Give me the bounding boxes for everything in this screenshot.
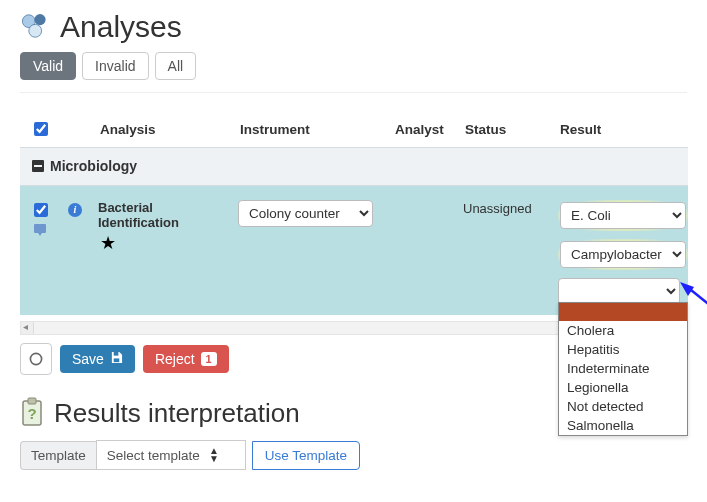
dropdown-option[interactable]: Legionella	[559, 378, 687, 397]
clipboard-icon: ?	[20, 397, 44, 430]
result-select-1[interactable]: E. Coli	[560, 202, 686, 229]
sort-caret-icon: ▲▼	[209, 447, 219, 463]
table-row: i Bacterial Identification ★ Colony coun…	[20, 186, 688, 316]
page-title: Analyses	[60, 10, 182, 44]
dropdown-option[interactable]: Salmonella	[559, 416, 687, 435]
dropdown-option[interactable]: Cholera	[559, 321, 687, 340]
select-all-checkbox[interactable]	[34, 122, 48, 136]
svg-marker-7	[680, 282, 694, 296]
result-select-2[interactable]: Campylobacter	[560, 241, 686, 268]
save-button[interactable]: Save	[60, 345, 135, 373]
review-icon	[28, 223, 52, 240]
star-icon: ★	[100, 233, 116, 253]
reject-label: Reject	[155, 351, 195, 367]
dropdown-option[interactable]: Hepatitis	[559, 340, 687, 359]
use-template-button[interactable]: Use Template	[252, 441, 360, 470]
refresh-button[interactable]	[20, 343, 52, 375]
interpretation-title: Results interpretation	[54, 398, 300, 429]
template-placeholder: Select template	[107, 448, 200, 463]
svg-point-2	[29, 24, 42, 37]
svg-rect-4	[34, 165, 42, 167]
col-result: Result	[550, 111, 688, 148]
save-label: Save	[72, 351, 104, 367]
reject-button[interactable]: Reject 1	[143, 345, 229, 373]
svg-rect-9	[114, 352, 119, 356]
dropdown-highlight	[559, 303, 687, 321]
filter-valid[interactable]: Valid	[20, 52, 76, 80]
annotation-arrow	[680, 282, 707, 323]
filter-invalid[interactable]: Invalid	[82, 52, 148, 80]
analyses-table: Analysis Instrument Analyst Status Resul…	[20, 111, 688, 315]
category-label: Microbiology	[50, 158, 137, 174]
info-icon[interactable]: i	[68, 203, 82, 217]
svg-rect-10	[114, 358, 120, 362]
dropdown-option[interactable]: Not detected	[559, 397, 687, 416]
status-text: Unassigned	[463, 201, 532, 216]
save-icon	[110, 351, 123, 367]
category-toggle[interactable]: Microbiology	[32, 158, 137, 174]
result-dropdown-open[interactable]: Cholera Hepatitis Indeterminate Legionel…	[558, 302, 688, 436]
instrument-select[interactable]: Colony counter	[238, 200, 373, 227]
filter-all[interactable]: All	[155, 52, 197, 80]
dropdown-option[interactable]: Indeterminate	[559, 359, 687, 378]
svg-rect-5	[34, 224, 46, 233]
filter-row: Valid Invalid All	[20, 52, 687, 80]
result-select-3[interactable]	[558, 278, 680, 305]
analysis-name: Bacterial Identification	[98, 200, 222, 230]
reject-count-badge: 1	[201, 352, 217, 366]
analyses-icon	[20, 12, 52, 43]
col-status: Status	[455, 111, 550, 148]
svg-point-8	[30, 353, 41, 364]
template-select[interactable]: Select template ▲▼	[96, 440, 246, 470]
svg-point-1	[34, 14, 45, 25]
col-instrument: Instrument	[230, 111, 385, 148]
svg-rect-12	[28, 398, 36, 404]
row-checkbox[interactable]	[34, 203, 48, 217]
divider	[20, 92, 687, 93]
col-analyst: Analyst	[385, 111, 455, 148]
template-label: Template	[20, 441, 96, 470]
svg-text:?: ?	[27, 405, 36, 422]
col-analysis: Analysis	[90, 111, 230, 148]
